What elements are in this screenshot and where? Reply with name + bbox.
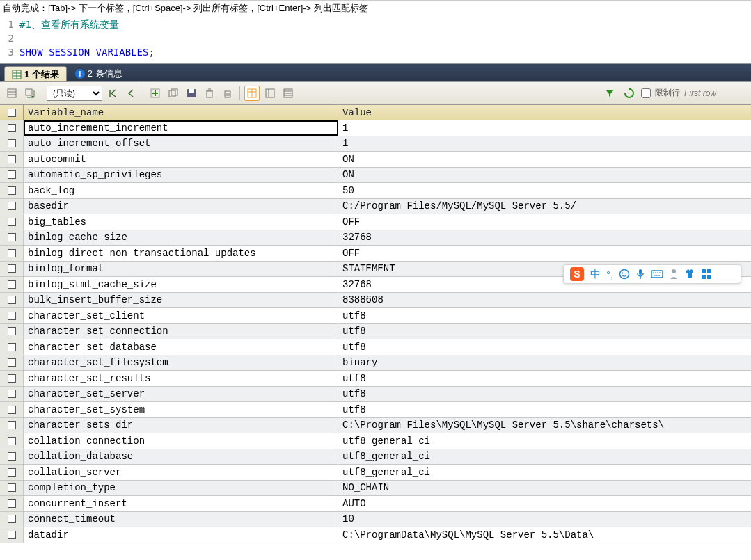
first-row-input[interactable]	[684, 88, 747, 98]
cell-value[interactable]: OFF	[338, 214, 751, 230]
cell-variable-name[interactable]: binlog_direct_non_transactional_updates	[24, 246, 338, 261]
code-editor[interactable]: 1 2 3 #1、查看所有系统变量 SHOW SESSION VARIABLES…	[0, 16, 751, 63]
ime-mic-icon[interactable]	[635, 269, 645, 280]
cell-value[interactable]: 8388608	[338, 293, 751, 308]
cell-value[interactable]: 1	[338, 120, 751, 136]
ime-apps-icon[interactable]	[701, 269, 712, 280]
cell-variable-name[interactable]: back_log	[24, 183, 338, 198]
grid-view-button[interactable]	[4, 86, 19, 101]
cell-value[interactable]: utf8_general_ci	[338, 449, 751, 465]
ime-person-icon[interactable]	[669, 269, 679, 280]
view-mode-1-button[interactable]	[244, 86, 260, 101]
cell-variable-name[interactable]: binlog_format	[24, 262, 338, 277]
ime-punct-icon[interactable]: °,	[606, 269, 613, 280]
cell-variable-name[interactable]: connect_timeout	[24, 512, 338, 527]
row-checkbox-cell[interactable]	[0, 199, 24, 214]
cell-value[interactable]: OFF	[338, 246, 751, 261]
row-checkbox-cell[interactable]	[0, 168, 24, 183]
cell-variable-name[interactable]: concurrent_insert	[24, 496, 338, 511]
table-row[interactable]: collation_connectionutf8_general_ci	[0, 433, 751, 449]
refresh-button[interactable]	[622, 86, 637, 101]
cell-variable-name[interactable]: character_set_system	[24, 402, 338, 417]
column-header-variable-name[interactable]: Variable_name	[24, 105, 338, 120]
table-row[interactable]: datadirC:\ProgramData\MySQL\MySQL Server…	[0, 527, 751, 543]
cell-variable-name[interactable]: autocommit	[24, 152, 338, 167]
row-checkbox-cell[interactable]	[0, 418, 24, 433]
table-row[interactable]: collation_serverutf8_general_ci	[0, 465, 751, 481]
row-checkbox-cell[interactable]	[0, 387, 24, 402]
table-row[interactable]: bulk_insert_buffer_size8388608	[0, 293, 751, 309]
cell-variable-name[interactable]: collation_database	[24, 449, 338, 465]
cell-variable-name[interactable]: auto_increment_increment	[24, 120, 338, 136]
row-checkbox-cell[interactable]	[0, 246, 24, 261]
cell-variable-name[interactable]: binlog_stmt_cache_size	[24, 277, 338, 292]
cell-value[interactable]: utf8	[338, 308, 751, 323]
cell-value[interactable]: C:\ProgramData\MySQL\MySQL Server 5.5\Da…	[338, 527, 751, 543]
cell-value[interactable]: 32768	[338, 230, 751, 246]
row-checkbox-cell[interactable]	[0, 324, 24, 339]
cell-variable-name[interactable]: character_set_filesystem	[24, 355, 338, 371]
cell-value[interactable]: ON	[338, 152, 751, 167]
row-checkbox-cell[interactable]	[0, 496, 24, 511]
table-row[interactable]: autocommitON	[0, 152, 751, 168]
cell-value[interactable]: AUTO	[338, 496, 751, 511]
row-checkbox-cell[interactable]	[0, 481, 24, 496]
table-row[interactable]: collation_databaseutf8_general_ci	[0, 449, 751, 465]
row-checkbox-cell[interactable]	[0, 402, 24, 417]
cell-variable-name[interactable]: auto_increment_offset	[24, 136, 338, 152]
table-row[interactable]: character_set_databaseutf8	[0, 339, 751, 355]
cell-variable-name[interactable]: automatic_sp_privileges	[24, 168, 338, 183]
cell-value[interactable]: utf8	[338, 324, 751, 339]
cell-variable-name[interactable]: character_set_results	[24, 371, 338, 386]
cell-variable-name[interactable]: character_set_server	[24, 387, 338, 402]
limit-rows-checkbox[interactable]	[641, 88, 651, 98]
cell-variable-name[interactable]: collation_connection	[24, 433, 338, 449]
header-checkbox-cell[interactable]	[0, 105, 24, 120]
tab-messages[interactable]: i 2 条信息	[68, 66, 129, 81]
row-checkbox-cell[interactable]	[0, 308, 24, 323]
cell-value[interactable]: utf8	[338, 402, 751, 417]
cell-variable-name[interactable]: big_tables	[24, 214, 338, 230]
column-header-value[interactable]: Value	[338, 105, 751, 120]
table-row[interactable]: character_set_filesystembinary	[0, 355, 751, 371]
row-checkbox-cell[interactable]	[0, 293, 24, 308]
nav-first-button[interactable]	[105, 86, 120, 101]
table-row[interactable]: connect_timeout10	[0, 512, 751, 528]
row-checkbox-cell[interactable]	[0, 527, 24, 543]
delete-row-button[interactable]	[202, 86, 217, 101]
table-row[interactable]: basedirC:/Program Files/MySQL/MySQL Serv…	[0, 199, 751, 215]
export-dropdown-button[interactable]	[22, 86, 38, 101]
cell-value[interactable]: C:\Program Files\MySQL\MySQL Server 5.5\…	[338, 418, 751, 433]
row-checkbox-cell[interactable]	[0, 120, 24, 136]
cell-value[interactable]: binary	[338, 355, 751, 371]
row-checkbox-cell[interactable]	[0, 449, 24, 465]
cell-variable-name[interactable]: character_set_client	[24, 308, 338, 323]
view-mode-3-button[interactable]	[280, 86, 296, 101]
table-row[interactable]: back_log50	[0, 183, 751, 199]
duplicate-row-button[interactable]	[166, 86, 181, 101]
row-checkbox-cell[interactable]	[0, 262, 24, 277]
table-row[interactable]: character_sets_dirC:\Program Files\MySQL…	[0, 418, 751, 434]
cell-variable-name[interactable]: completion_type	[24, 481, 338, 496]
row-checkbox-cell[interactable]	[0, 230, 24, 246]
table-row[interactable]: character_set_resultsutf8	[0, 371, 751, 387]
table-row[interactable]: character_set_clientutf8	[0, 308, 751, 324]
cell-variable-name[interactable]: character_set_database	[24, 339, 338, 355]
ime-toolbar[interactable]: S 中 °,	[563, 264, 741, 284]
table-row[interactable]: binlog_direct_non_transactional_updatesO…	[0, 246, 751, 262]
cell-value[interactable]: 10	[338, 512, 751, 527]
table-row[interactable]: character_set_systemutf8	[0, 402, 751, 418]
cell-value[interactable]: utf8	[338, 387, 751, 402]
cell-value[interactable]: NO_CHAIN	[338, 481, 751, 496]
cell-variable-name[interactable]: collation_server	[24, 465, 338, 480]
ime-lang-indicator[interactable]: 中	[590, 268, 601, 281]
cell-variable-name[interactable]: bulk_insert_buffer_size	[24, 293, 338, 308]
table-row[interactable]: auto_increment_offset1	[0, 136, 751, 152]
ime-shirt-icon[interactable]	[684, 269, 695, 280]
table-row[interactable]: big_tablesOFF	[0, 214, 751, 230]
cell-variable-name[interactable]: character_sets_dir	[24, 418, 338, 433]
ime-face-icon[interactable]	[619, 269, 630, 280]
table-row[interactable]: automatic_sp_privilegesON	[0, 168, 751, 184]
row-checkbox-cell[interactable]	[0, 214, 24, 230]
cell-value[interactable]: utf8	[338, 371, 751, 386]
